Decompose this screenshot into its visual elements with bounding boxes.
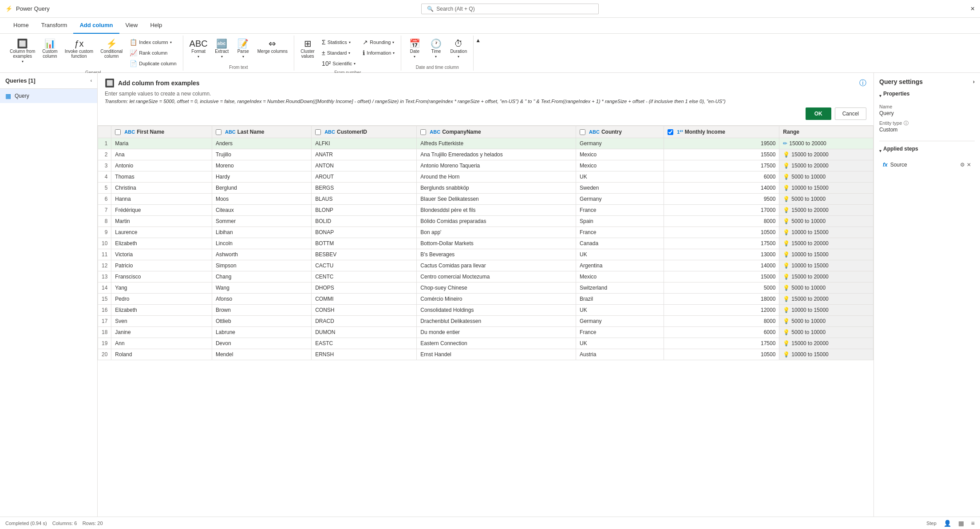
customerid-checkbox[interactable] bbox=[315, 129, 321, 135]
tab-transform[interactable]: Transform bbox=[35, 18, 74, 34]
cell-company: Eastern Connection bbox=[417, 338, 576, 349]
cancel-button[interactable]: Cancel bbox=[835, 107, 866, 120]
tab-home[interactable]: Home bbox=[7, 18, 35, 34]
col-header-customerid[interactable]: ABC CustomerID bbox=[312, 126, 417, 138]
right-panel-expand[interactable]: › bbox=[973, 79, 975, 85]
merge-columns-button[interactable]: ⇔ Merge columns bbox=[255, 37, 290, 56]
col-header-lastname[interactable]: ABC Last Name bbox=[212, 126, 311, 138]
cell-customerid: CONSH bbox=[312, 305, 417, 316]
row-num: 1 bbox=[98, 138, 111, 149]
table-row: 13 Franscisco Chang CENTC Centro comerci… bbox=[98, 271, 873, 282]
search-box[interactable]: 🔍 Search (Alt + Q) bbox=[421, 4, 599, 14]
bulb-icon: 💡 bbox=[783, 207, 790, 213]
scientific-button[interactable]: 10² Scientific ▾ bbox=[319, 59, 358, 68]
profile-icon[interactable]: 👤 bbox=[944, 520, 951, 527]
sidebar: Queries [1] ‹ ▦ Query bbox=[0, 73, 98, 517]
title-bar-right: × bbox=[971, 5, 975, 13]
column-from-examples-button[interactable]: 🔲 Column fromexamples ▾ bbox=[7, 37, 38, 65]
index-column-button[interactable]: 📋 Index column ▾ bbox=[127, 37, 179, 47]
ok-button[interactable]: OK bbox=[806, 107, 831, 120]
company-type-icon: ABC bbox=[430, 129, 440, 135]
entity-type-value: Custom bbox=[879, 127, 975, 133]
format-dropdown: ▾ bbox=[198, 55, 199, 59]
country-label: Country bbox=[601, 129, 622, 135]
col-header-range[interactable]: Range bbox=[779, 126, 873, 138]
table-view-icon[interactable]: ▦ bbox=[958, 520, 964, 527]
help-icon[interactable]: ⓘ bbox=[859, 79, 866, 88]
entity-type-label: Entity type bbox=[879, 120, 902, 126]
custom-column-button[interactable]: 📊 Customcolumn bbox=[40, 37, 60, 60]
close-button[interactable]: × bbox=[971, 5, 975, 13]
tab-help[interactable]: Help bbox=[144, 18, 169, 34]
lastname-checkbox[interactable] bbox=[216, 129, 221, 135]
columns-label: Columns: 6 bbox=[52, 521, 77, 526]
row-num: 8 bbox=[98, 216, 111, 227]
information-button[interactable]: ℹ Information ▾ bbox=[360, 48, 397, 58]
cell-firstname: Yang bbox=[111, 282, 212, 294]
row-num: 15 bbox=[98, 294, 111, 305]
applied-steps-chevron[interactable]: ▾ bbox=[879, 148, 881, 153]
income-checkbox[interactable] bbox=[668, 129, 673, 135]
information-icon: ℹ bbox=[363, 49, 365, 56]
cell-range: 💡10000 to 15000 bbox=[779, 349, 873, 360]
app-icon: ⚡ bbox=[5, 5, 12, 12]
statistics-button[interactable]: Σ Statistics ▾ bbox=[319, 37, 358, 47]
cell-income: 10500 bbox=[664, 227, 779, 238]
panel-divider bbox=[879, 141, 975, 141]
conditional-column-button[interactable]: ⚡ Conditionalcolumn bbox=[98, 37, 125, 60]
standard-button[interactable]: ± Standard ▾ bbox=[319, 48, 358, 58]
cell-income: 17000 bbox=[664, 205, 779, 216]
format-button[interactable]: ABC Format ▾ bbox=[187, 37, 210, 60]
ribbon-collapse-button[interactable]: ▲ bbox=[475, 37, 481, 44]
duplicate-column-button[interactable]: 📄 Duplicate column bbox=[127, 59, 179, 68]
tab-add-column[interactable]: Add column bbox=[73, 18, 119, 34]
col-header-income[interactable]: 1²³ Monthly Income bbox=[664, 126, 779, 138]
step-settings-button[interactable]: ⚙ bbox=[960, 162, 965, 168]
search-area: 🔍 Search (Alt + Q) bbox=[50, 4, 971, 14]
cell-company: Berglunds snabbköp bbox=[417, 183, 576, 194]
company-checkbox[interactable] bbox=[420, 129, 426, 135]
sidebar-item-query[interactable]: ▦ Query bbox=[0, 89, 97, 103]
step-delete-button[interactable]: ✕ bbox=[967, 162, 971, 168]
cell-range: 💡15000 to 20000 bbox=[779, 149, 873, 160]
duration-button[interactable]: ⏱ Duration ▾ bbox=[447, 37, 470, 60]
schema-view-icon[interactable]: ≡ bbox=[971, 520, 975, 527]
examples-panel-header: 🔲 Add column from examples ⓘ bbox=[105, 78, 866, 88]
properties-chevron[interactable]: ▾ bbox=[879, 93, 881, 98]
sidebar-collapse-button[interactable]: ‹ bbox=[91, 78, 92, 83]
cell-lastname: Hardy bbox=[212, 171, 311, 183]
cell-range: 💡5000 to 10000 bbox=[779, 327, 873, 338]
time-button[interactable]: 🕐 Time ▾ bbox=[426, 37, 446, 60]
cell-firstname: Elizabeth bbox=[111, 238, 212, 249]
row-num: 2 bbox=[98, 149, 111, 160]
tab-view[interactable]: View bbox=[119, 18, 144, 34]
country-checkbox[interactable] bbox=[580, 129, 585, 135]
col-header-firstname[interactable]: ABC First Name bbox=[111, 126, 212, 138]
firstname-checkbox[interactable] bbox=[115, 129, 121, 135]
table-row: 18 Janine Labrune DUMON Du monde entier … bbox=[98, 327, 873, 338]
cell-country: UK bbox=[576, 338, 664, 349]
table-row: 11 Victoria Ashworth BESBEV B's Beverage… bbox=[98, 249, 873, 260]
cell-range[interactable]: ✏15000 to 20000 bbox=[779, 138, 873, 149]
step-source[interactable]: fx Source ⚙ ✕ bbox=[879, 159, 975, 171]
step-actions: ⚙ ✕ bbox=[960, 162, 971, 168]
customerid-label: CustomerID bbox=[337, 129, 367, 135]
cell-company: Consolidated Holdings bbox=[417, 305, 576, 316]
rounding-button[interactable]: ↗ Rounding ▾ bbox=[360, 37, 397, 47]
parse-button[interactable]: 📝 Parse ▾ bbox=[233, 37, 253, 60]
cluster-values-button[interactable]: ⊞ Clustervalues bbox=[298, 37, 317, 60]
search-icon: 🔍 bbox=[427, 6, 434, 12]
cell-lastname: Simpson bbox=[212, 260, 311, 271]
cell-firstname: Victoria bbox=[111, 249, 212, 260]
date-button[interactable]: 📅 Date ▾ bbox=[405, 37, 424, 60]
cell-income: 6000 bbox=[664, 327, 779, 338]
cell-range: 💡5000 to 10000 bbox=[779, 282, 873, 294]
cell-income: 17500 bbox=[664, 338, 779, 349]
invoke-custom-function-button[interactable]: ƒx Invoke customfunction bbox=[62, 37, 96, 60]
extract-button[interactable]: 🔤 Extract ▾ bbox=[212, 37, 232, 60]
col-header-country[interactable]: ABC Country bbox=[576, 126, 664, 138]
examples-panel-icon: 🔲 bbox=[105, 78, 115, 88]
col-header-company[interactable]: ABC CompanyName bbox=[417, 126, 576, 138]
rank-column-button[interactable]: 📈 Rank column bbox=[127, 48, 179, 58]
cell-customerid: ERNSH bbox=[312, 349, 417, 360]
